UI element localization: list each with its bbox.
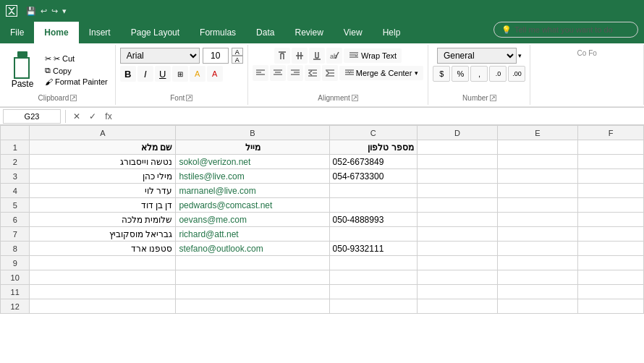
cell[interactable] xyxy=(30,299,176,314)
row-number[interactable]: 12 xyxy=(1,299,30,314)
grow-font-button[interactable]: A xyxy=(232,48,243,56)
cell[interactable]: נטשה וייסבורג xyxy=(30,155,176,169)
tab-home[interactable]: Home xyxy=(34,22,78,43)
italic-button[interactable]: I xyxy=(137,66,153,82)
cell[interactable] xyxy=(30,270,176,285)
borders-button[interactable]: ⊞ xyxy=(172,66,188,82)
percent-button[interactable]: % xyxy=(452,66,469,82)
cell[interactable] xyxy=(578,169,644,184)
row-number[interactable]: 11 xyxy=(1,285,30,299)
right-align-button[interactable] xyxy=(287,65,303,81)
left-align-button[interactable] xyxy=(253,65,268,81)
number-expand-icon[interactable]: ↗ xyxy=(490,95,496,101)
cell[interactable]: שם מלא xyxy=(30,140,176,155)
orient-button[interactable]: ab xyxy=(326,48,342,64)
cell[interactable] xyxy=(578,285,644,299)
formula-cancel-button[interactable]: ✕ xyxy=(70,110,83,123)
cell[interactable] xyxy=(329,270,417,285)
cell[interactable] xyxy=(578,242,644,256)
cell[interactable] xyxy=(417,184,497,198)
tab-review[interactable]: Review xyxy=(284,22,333,43)
cell[interactable] xyxy=(578,198,644,213)
tell-me-box[interactable]: 💡 Tell me what you want to do xyxy=(493,22,638,38)
cell[interactable] xyxy=(417,169,497,184)
decrease-indent-button[interactable] xyxy=(305,65,321,81)
cell[interactable] xyxy=(176,270,329,285)
cell[interactable] xyxy=(497,155,577,169)
font-family-select[interactable]: Arial xyxy=(120,48,200,64)
cell[interactable] xyxy=(578,299,644,314)
bold-button[interactable]: B xyxy=(120,66,136,82)
cell[interactable]: 050-4888993 xyxy=(329,213,417,227)
cell[interactable] xyxy=(497,256,577,270)
cell[interactable]: marnanel@live.com xyxy=(176,184,329,198)
cell[interactable] xyxy=(417,155,497,169)
cell[interactable] xyxy=(176,299,329,314)
center-align-button[interactable] xyxy=(270,65,286,81)
top-align-button[interactable] xyxy=(274,48,290,64)
tab-help[interactable]: Help xyxy=(373,22,411,43)
cell[interactable] xyxy=(497,270,577,285)
row-number[interactable]: 2 xyxy=(1,155,30,169)
tab-data[interactable]: Data xyxy=(246,22,284,43)
cell[interactable]: עדר לוי xyxy=(30,184,176,198)
paste-button[interactable]: Paste xyxy=(4,48,41,93)
row-number[interactable]: 5 xyxy=(1,198,30,213)
cell[interactable] xyxy=(329,299,417,314)
cell[interactable] xyxy=(578,184,644,198)
row-number[interactable]: 6 xyxy=(1,213,30,227)
cell[interactable] xyxy=(417,227,497,242)
cell[interactable]: 052-6673849 xyxy=(329,155,417,169)
cell[interactable]: richard@att.net xyxy=(176,227,329,242)
cell[interactable] xyxy=(578,140,644,155)
row-number[interactable]: 9 xyxy=(1,256,30,270)
cell[interactable] xyxy=(578,270,644,285)
function-button[interactable]: fx xyxy=(102,110,115,123)
cell[interactable] xyxy=(329,227,417,242)
cell[interactable] xyxy=(578,155,644,169)
cell[interactable] xyxy=(497,184,577,198)
tab-page-layout[interactable]: Page Layout xyxy=(121,22,190,43)
cell[interactable]: גבריאל מוסקוביץ xyxy=(30,227,176,242)
increase-indent-button[interactable] xyxy=(322,65,338,81)
save-button[interactable]: 💾 xyxy=(26,7,36,16)
cell[interactable]: סטפנו ארד xyxy=(30,242,176,256)
cell[interactable]: stefano@outlook.com xyxy=(176,242,329,256)
cell[interactable]: דן בן דוד xyxy=(30,198,176,213)
decrease-decimal-button[interactable]: .00 xyxy=(508,66,525,82)
cell[interactable] xyxy=(417,256,497,270)
cell[interactable] xyxy=(329,256,417,270)
col-header-c[interactable]: C xyxy=(329,126,417,140)
tab-insert[interactable]: Insert xyxy=(79,22,121,43)
tab-view[interactable]: View xyxy=(334,22,373,43)
cell[interactable]: מייל xyxy=(176,140,329,155)
col-header-f[interactable]: F xyxy=(578,126,644,140)
cell[interactable] xyxy=(30,256,176,270)
cell[interactable] xyxy=(417,299,497,314)
cell[interactable] xyxy=(578,227,644,242)
underline-button[interactable]: U xyxy=(155,66,171,82)
cell-reference-input[interactable] xyxy=(3,109,61,124)
cell[interactable]: שלומית מלכה xyxy=(30,213,176,227)
cell[interactable] xyxy=(578,256,644,270)
fill-color-button[interactable]: A xyxy=(190,66,206,82)
cell[interactable]: 054-6733300 xyxy=(329,169,417,184)
cell[interactable] xyxy=(497,242,577,256)
redo-button[interactable]: ↪ xyxy=(51,7,58,16)
row-number[interactable]: 3 xyxy=(1,169,30,184)
cell[interactable] xyxy=(417,140,497,155)
clipboard-expand-icon[interactable]: ↗ xyxy=(70,95,77,101)
merge-dropdown-icon[interactable]: ▾ xyxy=(415,69,418,77)
shrink-font-button[interactable]: A xyxy=(232,56,243,64)
wrap-text-button[interactable]: Wrap Text xyxy=(344,48,402,63)
row-number[interactable]: 8 xyxy=(1,242,30,256)
middle-align-button[interactable] xyxy=(292,48,308,64)
col-header-b[interactable]: B xyxy=(176,126,329,140)
row-number[interactable]: 1 xyxy=(1,140,30,155)
tab-formulas[interactable]: Formulas xyxy=(190,22,246,43)
cell[interactable]: מילי כהן xyxy=(30,169,176,184)
cell[interactable] xyxy=(30,285,176,299)
customize-btn[interactable]: ▾ xyxy=(62,7,67,16)
tab-file[interactable]: File xyxy=(0,22,34,43)
font-expand-icon[interactable]: ↗ xyxy=(186,95,192,101)
